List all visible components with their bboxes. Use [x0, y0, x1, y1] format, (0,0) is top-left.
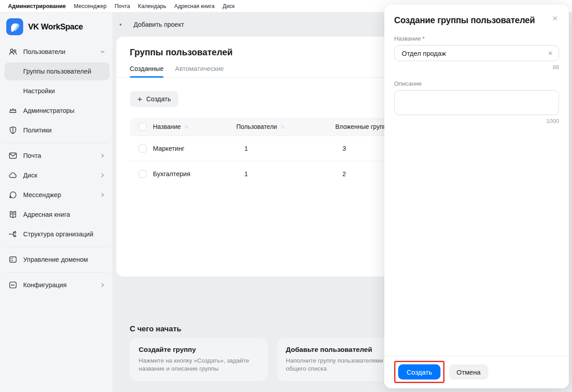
row-checkbox[interactable]: [139, 144, 147, 153]
name-counter: 88: [394, 64, 559, 70]
vk-workspace-logo-icon: [6, 18, 23, 35]
sidebar-item-label: Мессенджер: [23, 191, 61, 198]
sidebar-item-user-groups[interactable]: Группы пользователей: [0, 62, 112, 81]
row-checkbox[interactable]: [139, 170, 147, 178]
users-icon: [8, 47, 18, 57]
submit-create-button[interactable]: Создать: [398, 364, 440, 380]
chevron-right-icon: [100, 173, 105, 178]
sidebar-item-label: Структура организаций: [23, 231, 93, 238]
card-title: Создайте группу: [139, 346, 259, 354]
sidebar: VK WorkSpace Пользователи Группы пользов…: [0, 12, 112, 392]
sidebar-divider: [4, 143, 108, 143]
column-header-users[interactable]: Пользователи ↑↓: [236, 123, 335, 130]
drawer-title: Создание группы пользователей: [394, 4, 559, 25]
brand-name: VK WorkSpace: [28, 22, 83, 32]
sidebar-item-label: Управление доменом: [23, 256, 88, 263]
sidebar-divider: [4, 247, 108, 247]
add-project-button[interactable]: Добавить проект: [134, 21, 184, 28]
chevron-right-icon: [100, 153, 105, 158]
name-input[interactable]: [402, 50, 548, 57]
annotation-highlight-box: Создать: [394, 361, 444, 383]
close-icon[interactable]: ✕: [549, 12, 561, 24]
sidebar-item-users[interactable]: Пользователи: [0, 42, 112, 62]
crown-icon: [8, 106, 18, 116]
chevron-right-icon: [100, 282, 105, 288]
description-counter: 1000: [394, 118, 559, 124]
cancel-button[interactable]: Отмена: [449, 364, 488, 380]
sidebar-item-mail[interactable]: Почта: [0, 146, 112, 165]
create-group-button[interactable]: + Создать: [130, 91, 178, 107]
chevron-down-icon: [100, 49, 105, 54]
sidebar-divider: [4, 272, 108, 272]
group-users-count: 1: [236, 170, 335, 177]
column-header-name[interactable]: Название ↑↓: [153, 123, 236, 130]
group-name: Маркетинг: [153, 145, 236, 152]
top-nav-administration[interactable]: Администрирование: [8, 3, 66, 9]
project-caret-icon[interactable]: ▾: [119, 22, 122, 27]
sidebar-item-administrators[interactable]: Администраторы: [0, 101, 112, 120]
clear-input-icon[interactable]: ✕: [548, 50, 553, 56]
sidebar-item-org-structure[interactable]: Структура организаций: [0, 224, 112, 244]
org-structure-icon: [8, 229, 18, 239]
sidebar-item-domain-management[interactable]: Управление доменом: [0, 250, 112, 269]
sidebar-item-configuration[interactable]: Конфигурация: [0, 275, 112, 295]
getting-started-card-create-group: Создайте группу Нажмите на кнопку «Созда…: [130, 338, 268, 381]
plus-icon: +: [137, 95, 142, 103]
sidebar-item-label: Настройки: [23, 87, 55, 95]
name-input-wrap: ✕: [394, 45, 559, 61]
sidebar-item-label: Почта: [23, 152, 41, 159]
sidebar-item-label: Диск: [23, 172, 37, 179]
mail-icon: [8, 151, 18, 161]
top-nav-disk[interactable]: Диск: [222, 3, 235, 9]
name-field-label: Название*: [394, 35, 559, 42]
top-nav-mail[interactable]: Почта: [115, 3, 130, 9]
sidebar-item-label: Адресная книга: [23, 211, 70, 218]
address-book-icon: [8, 210, 18, 219]
sidebar-item-label: Группы пользователей: [23, 68, 91, 75]
top-nav-address-book[interactable]: Адресная книга: [174, 3, 214, 9]
cloud-icon: [8, 170, 18, 180]
shield-icon: [8, 125, 18, 135]
sidebar-item-messenger[interactable]: Мессенджер: [0, 185, 112, 205]
sort-icon[interactable]: ↑↓: [280, 124, 284, 130]
drawer-footer: Создать Отмена: [384, 356, 569, 388]
sidebar-item-label: Пользователи: [23, 48, 66, 55]
create-group-button-label: Создать: [146, 95, 171, 103]
sidebar-item-label: Политики: [23, 127, 52, 134]
select-all-checkbox[interactable]: [139, 123, 147, 131]
sidebar-item-address-book[interactable]: Адресная книга: [0, 205, 112, 224]
config-icon: [8, 280, 18, 290]
create-group-drawer: ✕ Создание группы пользователей Название…: [384, 4, 569, 388]
sidebar-item-settings[interactable]: Настройки: [0, 81, 112, 101]
sort-icon[interactable]: ↑↓: [184, 124, 189, 130]
tab-automatic[interactable]: Автоматические: [175, 65, 224, 77]
card-body: Нажмите на кнопку «Создать», задайте наз…: [139, 357, 259, 373]
sidebar-nav: Пользователи Группы пользователей Настро…: [0, 40, 112, 295]
sidebar-item-disk[interactable]: Диск: [0, 165, 112, 185]
chat-icon: [8, 190, 18, 200]
top-nav-messenger[interactable]: Мессенджер: [74, 3, 106, 9]
domain-icon: [8, 255, 18, 264]
sidebar-item-label: Конфигурация: [23, 281, 66, 289]
chevron-right-icon: [100, 192, 105, 198]
description-field-label: Описание: [394, 80, 559, 87]
sidebar-item-policies[interactable]: Политики: [0, 120, 112, 140]
tab-created[interactable]: Созданные: [130, 65, 164, 77]
description-textarea[interactable]: [394, 90, 559, 115]
top-nav-calendar[interactable]: Календарь: [138, 3, 166, 9]
group-name: Бухгалтерия: [153, 170, 236, 177]
brand[interactable]: VK WorkSpace: [0, 12, 112, 40]
group-users-count: 1: [236, 145, 335, 152]
sidebar-item-label: Администраторы: [23, 107, 74, 114]
required-asterisk: *: [422, 35, 424, 42]
